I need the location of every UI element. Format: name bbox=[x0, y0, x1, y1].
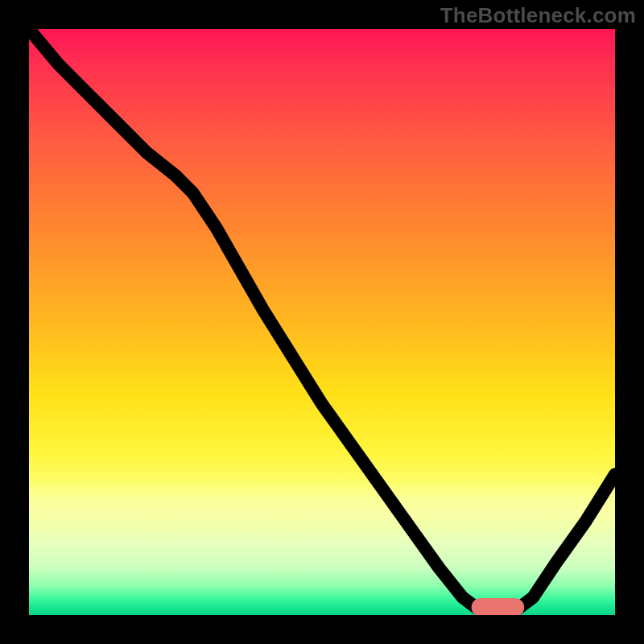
curve-layer bbox=[29, 29, 615, 615]
bottleneck-curve bbox=[29, 29, 615, 615]
chart-frame: TheBottleneck.com bbox=[0, 0, 644, 644]
plot-area bbox=[29, 29, 615, 615]
optimal-marker bbox=[474, 601, 521, 614]
watermark-text: TheBottleneck.com bbox=[440, 3, 636, 28]
